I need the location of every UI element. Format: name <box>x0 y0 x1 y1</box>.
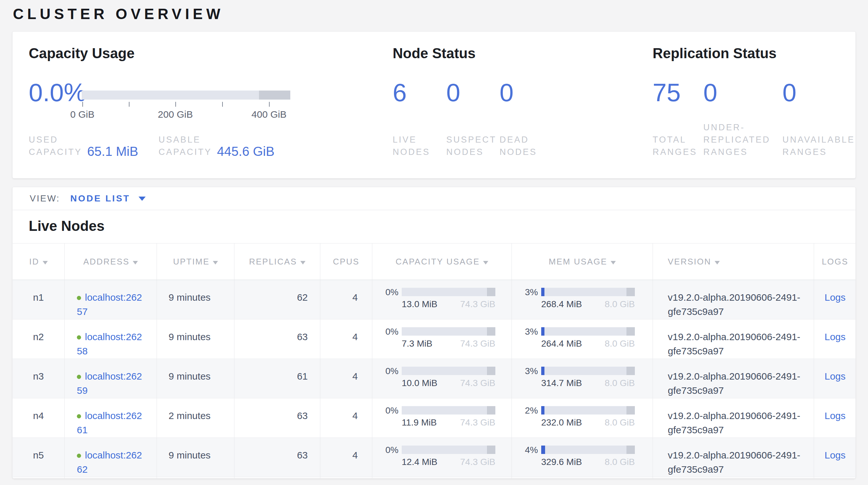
address-link[interactable]: localhost:26261 <box>77 410 142 435</box>
usage-percent: 3% <box>512 327 538 336</box>
usage-values: 268.4 MiB8.0 GiB <box>541 299 635 309</box>
usage-percent: 0% <box>373 288 399 297</box>
replicas-cell: 63 <box>235 319 320 359</box>
stat-label-line: RANGES <box>653 146 697 158</box>
uptime-cell: 9 minutes <box>157 319 235 359</box>
view-dropdown[interactable]: NODE LIST <box>70 193 146 204</box>
axis-tick-label: 0 GiB <box>70 109 94 120</box>
version-text: v19.2.0-alpha.20190606-2491-gfe735c9a97 <box>668 332 800 356</box>
capacity-usage-title: Capacity Usage <box>29 45 135 61</box>
usage-used-value: 232.0 MiB <box>541 418 582 427</box>
sort-arrow-icon <box>300 261 306 264</box>
capacity-usage: 0%10.0 MiB74.3 GiB <box>373 367 511 388</box>
usage-total-value: 74.3 GiB <box>460 457 495 467</box>
stat-label-line: RANGES <box>782 146 855 158</box>
column-header-version[interactable]: VERSION <box>653 244 814 280</box>
address-link[interactable]: localhost:26257 <box>77 292 142 317</box>
memory-cell: 2%232.0 MiB8.0 GiB <box>512 398 653 438</box>
usage-values: 232.0 MiB8.0 GiB <box>541 418 635 427</box>
column-header-capacity[interactable]: CAPACITY USAGE <box>372 244 512 280</box>
usage-bar-track <box>541 406 635 415</box>
summary-card: Capacity Usage 0.0% 0 GiB200 GiB400 GiB … <box>12 31 856 178</box>
stat-label-line: NODES <box>446 146 497 158</box>
usage-bar-fill <box>541 327 545 336</box>
stat-label-live-nodes: LIVENODES <box>393 134 430 158</box>
view-label: VIEW: <box>30 193 60 204</box>
cpus-cell: 4 <box>320 319 372 359</box>
stat-label-line: UNDER- <box>703 121 771 134</box>
empty-cell <box>372 477 512 479</box>
column-header-memory[interactable]: MEM USAGE <box>512 244 653 280</box>
live-nodes-title: Live Nodes <box>29 218 856 234</box>
axis-tick <box>175 102 176 107</box>
usage-used-value: 10.0 MiB <box>402 378 438 388</box>
node-id-cell: n3 <box>12 359 65 398</box>
usage-bar: 329.6 MiB8.0 GiB <box>541 446 635 467</box>
address-link[interactable]: localhost:26262 <box>77 450 142 475</box>
stat-label-under-replicated-ranges: UNDER-REPLICATEDRANGES <box>703 121 771 158</box>
logs-link[interactable]: Logs <box>825 332 845 342</box>
stat-label-total-ranges: TOTALRANGES <box>653 134 697 158</box>
address-link[interactable]: localhost:26259 <box>77 371 142 396</box>
usage-used-value: 268.4 MiB <box>541 299 582 309</box>
usage-bar: 12.4 MiB74.3 GiB <box>402 446 495 467</box>
usage-values: 7.3 MiB74.3 GiB <box>402 339 495 348</box>
column-header-replicas[interactable]: REPLICAS <box>235 244 320 280</box>
caret-down-icon <box>138 197 146 201</box>
column-header-label: CAPACITY USAGE <box>396 257 480 266</box>
usage-bar-track <box>402 406 495 415</box>
usage-used-value: 13.0 MiB <box>402 299 438 309</box>
usage-total-value: 8.0 GiB <box>605 457 635 467</box>
axis-tick-label: 200 GiB <box>158 109 193 120</box>
empty-cell <box>65 477 157 479</box>
usage-bar: 264.4 MiB8.0 GiB <box>541 327 635 348</box>
usage-used-value: 314.7 MiB <box>541 378 582 388</box>
column-header-label: CPUS <box>333 257 360 266</box>
stat-label-line: TOTAL <box>653 134 697 146</box>
logs-link[interactable]: Logs <box>825 371 845 381</box>
stat-usable-capacity: USABLECAPACITY445.6 GiB <box>159 134 275 158</box>
sort-arrow-icon <box>213 261 218 264</box>
page-title: CLUSTER OVERVIEW <box>13 5 224 23</box>
memory-usage: 4%329.6 MiB8.0 GiB <box>512 446 652 467</box>
capacity-cell: 0%12.4 MiB74.3 GiB <box>372 438 512 477</box>
column-header-label: ADDRESS <box>83 257 129 266</box>
column-header-address[interactable]: ADDRESS <box>65 244 157 280</box>
axis-tick <box>222 102 223 107</box>
stat-label-line: SUSPECT <box>446 134 497 146</box>
address-cell: localhost:26259 <box>65 359 157 398</box>
stat-value-unavailable-ranges: 0 <box>782 80 796 106</box>
address-cell: localhost:26257 <box>65 280 157 319</box>
column-header-uptime[interactable]: UPTIME <box>157 244 235 280</box>
uptime-cell: 9 minutes <box>157 280 235 319</box>
node-id-cell: n2 <box>12 319 65 359</box>
capacity-axis-ticks <box>82 102 290 108</box>
memory-cell: 3%314.7 MiB8.0 GiB <box>512 359 653 398</box>
capacity-cell: 0%7.3 MiB74.3 GiB <box>372 319 512 359</box>
logs-link[interactable]: Logs <box>825 450 845 460</box>
usage-bar-track <box>402 446 495 454</box>
usage-bar-end-segment <box>487 446 495 454</box>
logs-link[interactable]: Logs <box>825 292 845 303</box>
column-header-label: REPLICAS <box>249 257 297 266</box>
usage-total-value: 8.0 GiB <box>605 299 635 309</box>
usage-bar-track <box>541 367 635 375</box>
axis-tick <box>269 102 270 107</box>
logs-link[interactable]: Logs <box>825 410 845 421</box>
usage-total-value: 74.3 GiB <box>460 299 495 309</box>
usage-bar-end-segment <box>487 406 495 415</box>
cpus-cell: 4 <box>320 359 372 398</box>
version-cell: v19.2.0-alpha.20190606-2491-gfe735c9a97 <box>653 398 814 438</box>
usage-bar-end-segment <box>626 446 635 454</box>
live-status-dot <box>77 296 81 300</box>
column-header-id[interactable]: ID <box>12 244 65 280</box>
empty-cell <box>320 477 372 479</box>
address-link[interactable]: localhost:26258 <box>77 332 142 356</box>
axis-tick <box>82 102 83 107</box>
usage-bar-fill <box>541 367 545 375</box>
version-cell: v19.2.0-alpha.20190606-2491-gfe735c9a97 <box>653 280 814 319</box>
replicas-cell: 61 <box>235 359 320 398</box>
empty-cell <box>814 477 856 479</box>
column-header-logs: LOGS <box>814 244 856 280</box>
table-row: n3localhost:262599 minutes6140%10.0 MiB7… <box>12 359 856 398</box>
